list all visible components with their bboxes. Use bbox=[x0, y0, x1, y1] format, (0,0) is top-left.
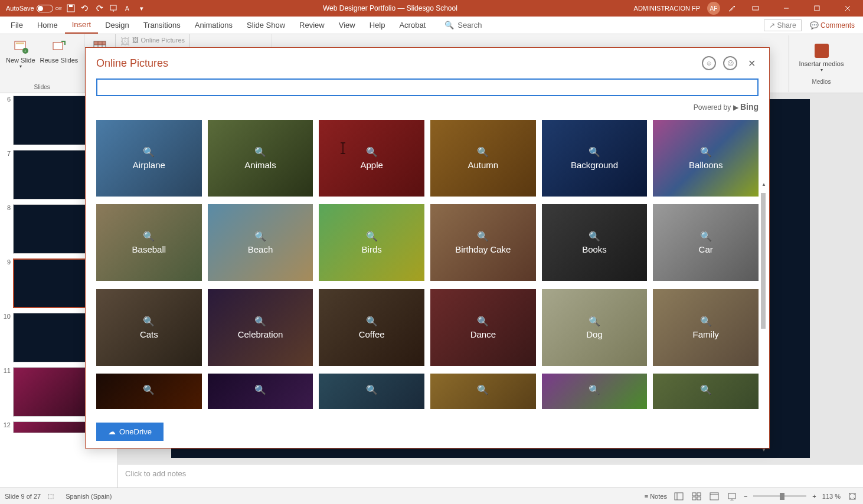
tab-insert[interactable]: Insert bbox=[65, 17, 99, 34]
slide-number: 7 bbox=[2, 150, 13, 199]
tab-transitions[interactable]: Transitions bbox=[136, 17, 188, 33]
category-animals[interactable]: 🔍Animals bbox=[208, 120, 313, 197]
accessibility-icon[interactable]: ⬚ bbox=[48, 492, 54, 500]
undo-icon[interactable] bbox=[80, 4, 90, 13]
category-family[interactable]: 🔍Family bbox=[653, 289, 759, 366]
search-icon: 🔍 bbox=[589, 384, 600, 395]
svg-rect-32 bbox=[728, 493, 735, 499]
search-icon: 🔍 bbox=[366, 316, 378, 327]
language-button[interactable]: Spanish (Spain) bbox=[66, 493, 112, 500]
sorter-view-icon[interactable] bbox=[691, 490, 702, 502]
insertar-medios-button[interactable]: Insertar medios ▾ bbox=[798, 42, 845, 74]
category-coffee[interactable]: 🔍Coffee bbox=[319, 289, 424, 366]
notes-button[interactable]: ≡ Notes bbox=[645, 493, 667, 500]
search-icon: 🔍 bbox=[589, 146, 600, 158]
tab-design[interactable]: Design bbox=[98, 17, 136, 33]
save-icon[interactable] bbox=[66, 4, 76, 13]
category-airplane[interactable]: 🔍Airplane bbox=[96, 120, 202, 197]
category-flower[interactable]: 🔍 bbox=[542, 374, 648, 409]
scroll-up-icon[interactable]: ▲ bbox=[761, 181, 767, 187]
category-balloons[interactable]: 🔍Balloons bbox=[653, 120, 759, 197]
svg-rect-27 bbox=[697, 493, 701, 496]
category-books[interactable]: 🔍Books bbox=[542, 204, 648, 281]
redo-icon[interactable] bbox=[94, 4, 104, 13]
bing-logo-icon: ▶ bbox=[733, 103, 738, 112]
category-label: Car bbox=[699, 244, 713, 254]
share-icon: ↗ bbox=[769, 21, 775, 30]
online-pictures-button[interactable]: 🖼 Online Pictures bbox=[132, 37, 185, 44]
zoom-level[interactable]: 113 % bbox=[822, 493, 841, 500]
tab-help[interactable]: Help bbox=[362, 17, 393, 33]
category-background[interactable]: 🔍Background bbox=[542, 120, 648, 197]
online-pictures-icon: 🖼 bbox=[132, 37, 139, 44]
zoom-out-button[interactable]: − bbox=[744, 493, 747, 500]
insertar-medios-label: Insertar medios bbox=[799, 60, 844, 67]
maximize-icon[interactable] bbox=[805, 0, 829, 17]
zoom-slider[interactable] bbox=[753, 495, 806, 497]
category-birthday-cake[interactable]: 🔍Birthday Cake bbox=[430, 204, 536, 281]
category-fireworks[interactable]: 🔍 bbox=[208, 374, 313, 409]
dialog-close-icon[interactable]: ✕ bbox=[744, 56, 759, 70]
svg-rect-30 bbox=[710, 493, 718, 500]
autosave-toggle[interactable]: AutoSave Off bbox=[6, 5, 61, 12]
close-icon[interactable] bbox=[836, 0, 859, 17]
tab-file[interactable]: File bbox=[4, 17, 30, 33]
user-avatar[interactable]: AF bbox=[707, 2, 720, 15]
category-apple[interactable]: 🔍Apple bbox=[319, 120, 424, 197]
onedrive-button[interactable]: ☁ OneDrive bbox=[96, 423, 164, 441]
tab-review[interactable]: Review bbox=[292, 17, 332, 33]
slideshow-view-icon[interactable] bbox=[726, 490, 738, 502]
category-celebration[interactable]: 🔍Celebration bbox=[208, 289, 313, 366]
reuse-slides-button[interactable]: Reuse Slides bbox=[39, 37, 80, 70]
search-icon: 🔍 bbox=[477, 384, 489, 395]
pen-icon[interactable] bbox=[727, 4, 737, 13]
share-button[interactable]: ↗ Share bbox=[764, 19, 801, 31]
fit-window-icon[interactable] bbox=[846, 490, 858, 502]
category-fire[interactable]: 🔍 bbox=[96, 374, 202, 409]
category-car[interactable]: 🔍Car bbox=[653, 204, 759, 281]
category-label: Family bbox=[693, 329, 719, 339]
scroll-down-icon[interactable]: ▼ bbox=[761, 447, 767, 453]
comments-icon: 💬 bbox=[810, 21, 819, 30]
category-dance[interactable]: 🔍Dance bbox=[430, 289, 536, 366]
search-area[interactable]: 🔍 Search bbox=[444, 21, 482, 30]
category-fish[interactable]: 🔍 bbox=[319, 374, 424, 409]
category-autumn[interactable]: 🔍Autumn bbox=[430, 120, 536, 197]
category-birds[interactable]: 🔍Birds bbox=[319, 204, 424, 281]
scrollbar-thumb[interactable] bbox=[761, 193, 766, 329]
minimize-icon[interactable] bbox=[774, 0, 798, 17]
tab-home[interactable]: Home bbox=[30, 17, 65, 33]
category-dog[interactable]: 🔍Dog bbox=[542, 289, 648, 366]
ribbon-options-icon[interactable] bbox=[744, 0, 767, 17]
category-label: Coffee bbox=[359, 329, 385, 339]
sad-face-icon[interactable]: ☹ bbox=[723, 56, 737, 70]
present-icon[interactable] bbox=[109, 4, 118, 13]
onedrive-icon: ☁ bbox=[108, 427, 116, 436]
svg-text:A: A bbox=[125, 5, 129, 12]
comments-button[interactable]: 💬 Comments bbox=[805, 20, 859, 31]
search-input[interactable] bbox=[96, 78, 759, 96]
category-food[interactable]: 🔍 bbox=[653, 374, 759, 409]
category-baseball[interactable]: 🔍Baseball bbox=[96, 204, 202, 281]
category-label: Animals bbox=[244, 160, 276, 170]
notes-input[interactable]: Click to add notes bbox=[118, 464, 863, 487]
search-icon: 🔍 bbox=[700, 384, 712, 395]
category-cats[interactable]: 🔍Cats bbox=[96, 289, 202, 366]
normal-view-icon[interactable] bbox=[673, 490, 685, 502]
svg-rect-5 bbox=[753, 6, 759, 10]
happy-face-icon[interactable]: ☺ bbox=[702, 56, 716, 70]
onedrive-label: OneDrive bbox=[119, 427, 152, 436]
category-flag[interactable]: 🔍 bbox=[430, 374, 536, 409]
tab-slideshow[interactable]: Slide Show bbox=[240, 17, 292, 33]
tab-acrobat[interactable]: Acrobat bbox=[392, 17, 433, 33]
tab-animations[interactable]: Animations bbox=[188, 17, 240, 33]
category-beach[interactable]: 🔍Beach bbox=[208, 204, 313, 281]
font-icon[interactable]: A bbox=[123, 4, 132, 13]
dialog-scrollbar[interactable]: ▲ ▼ bbox=[761, 181, 767, 453]
slide-number: 9 bbox=[2, 258, 13, 308]
tab-view[interactable]: View bbox=[332, 17, 362, 33]
new-slide-button[interactable]: + New Slide ▾ bbox=[5, 37, 37, 70]
zoom-in-button[interactable]: + bbox=[812, 493, 816, 500]
qat-dropdown-icon[interactable]: ▾ bbox=[137, 4, 146, 13]
reading-view-icon[interactable] bbox=[708, 490, 720, 502]
